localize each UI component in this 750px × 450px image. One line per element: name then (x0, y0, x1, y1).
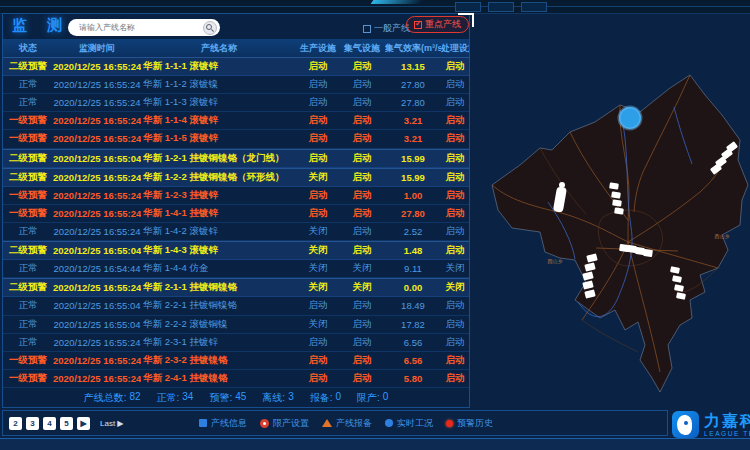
table-row[interactable]: 正常2020/12/25 16:55:24华新 2-3-1 挂镀锌启动启动6.5… (3, 334, 469, 352)
cell-prod: 启动 (297, 354, 339, 367)
cell-prod: 启动 (297, 189, 339, 202)
cell-gas: 启动 (339, 318, 385, 331)
column-header: 产线名称 (141, 42, 297, 55)
map-place-label: 西山乡 (715, 233, 730, 240)
cell-gas: 启动 (339, 336, 385, 349)
cell-gas: 启动 (339, 372, 385, 385)
search-input[interactable] (77, 22, 203, 33)
legend-item[interactable]: 实时工况 (385, 417, 433, 430)
cell-eff: 17.82 (385, 319, 441, 330)
table-row[interactable]: 正常2020/12/25 16:55:04华新 2-2-1 挂镀铜镍铬启动启动1… (3, 297, 469, 315)
cell-status: 一级预警 (3, 354, 53, 367)
table-row[interactable]: 一级预警2020/12/25 16:55:24华新 1-2-3 挂镀锌启动启动1… (3, 187, 469, 205)
legend-item[interactable]: 预警历史 (446, 417, 493, 430)
cell-name: 华新 2-4-1 挂镀镍铬 (141, 372, 297, 385)
cell-gas: 启动 (339, 244, 385, 257)
table-row[interactable]: 正常2020/12/25 16:55:24华新 1-1-2 滚镀镍启动启动27.… (3, 76, 469, 94)
checkbox-icon[interactable] (363, 25, 371, 33)
cell-time: 2020/12/25 16:55:24 (53, 133, 141, 144)
cell-gas: 启动 (339, 225, 385, 238)
filter-key-lines-button[interactable]: 重点产线 (406, 16, 469, 33)
table-row[interactable]: 二级预警2020/12/25 16:55:24华新 1-2-2 挂镀铜镍铬（环形… (3, 168, 469, 187)
legend-item[interactable]: 限产设置 (260, 417, 309, 430)
table-row[interactable]: 正常2020/12/25 16:55:24华新 1-1-3 滚镀锌启动启动27.… (3, 94, 469, 112)
map-place-label: 园山乡 (548, 258, 563, 265)
cell-time: 2020/12/25 16:55:04 (53, 319, 141, 330)
cell-name: 华新 1-1-5 滚镀锌 (141, 132, 297, 145)
logo-name: 力嘉科技 (704, 412, 750, 430)
cell-status: 二级预警 (3, 244, 53, 257)
cyan-accent-streak (371, 0, 424, 4)
page-button[interactable]: 5 (60, 417, 73, 430)
cell-time: 2020/12/25 16:55:24 (53, 97, 141, 108)
summary-value: 0 (335, 391, 341, 405)
table-row[interactable]: 一级预警2020/12/25 16:55:24华新 2-3-2 挂镀镍铬启动启动… (3, 352, 469, 370)
legend-item[interactable]: 产线信息 (199, 417, 247, 430)
page-button[interactable]: 2 (9, 417, 22, 430)
table-row[interactable]: 一级预警2020/12/25 16:55:24华新 1-1-5 滚镀锌启动启动3… (3, 130, 469, 148)
table-row[interactable]: 正常2020/12/25 16:54:44华新 1-4-4 仿金关闭关闭9.11… (3, 260, 469, 278)
cell-gas: 启动 (339, 78, 385, 91)
monitoring-dashboard: 监 测 一般产线 重点产线 状态监测时间产线名称生产设施集气设施集气效率(m³/… (0, 0, 750, 450)
cell-name: 华新 2-3-2 挂镀镍铬 (141, 354, 297, 367)
cell-eff: 1.48 (385, 245, 441, 256)
cell-time: 2020/12/25 16:55:04 (53, 300, 141, 311)
cell-eff: 2.52 (385, 226, 441, 237)
cell-treat: 启动 (441, 171, 469, 184)
table-row[interactable]: 二级预警2020/12/25 16:55:04华新 1-4-3 滚镀锌关闭启动1… (3, 241, 469, 260)
legend: 产线信息限产设置产线报备实时工况预警历史 (199, 411, 493, 435)
legend-item[interactable]: 产线报备 (322, 417, 372, 430)
page-title: 监 测 (12, 16, 70, 35)
checkbox-checked-icon[interactable] (414, 21, 422, 29)
table-row[interactable]: 二级预警2020/12/25 16:55:04华新 1-2-1 挂镀铜镍铬（龙门… (3, 149, 469, 168)
table-row[interactable]: 一级预警2020/12/25 16:55:24华新 1-1-4 滚镀锌启动启动3… (3, 112, 469, 130)
filter-normal-lines[interactable]: 一般产线 (363, 22, 410, 35)
cell-status: 一级预警 (3, 114, 53, 127)
last-page-button[interactable]: Last ▶ (100, 419, 124, 428)
dot-blue-icon (385, 419, 393, 427)
table-row[interactable]: 二级预警2020/12/25 16:55:24华新 1-1-1 滚镀锌启动启动1… (3, 57, 469, 76)
dot-red-icon (446, 420, 453, 427)
table-row[interactable]: 正常2020/12/25 16:55:04华新 2-2-2 滚镀铜镍关闭启动17… (3, 316, 469, 334)
column-header: 监测时间 (53, 42, 141, 55)
table-row[interactable]: 一级预警2020/12/25 16:55:24华新 2-4-1 挂镀镍铬启动启动… (3, 370, 469, 388)
table-row[interactable]: 二级预警2020/12/25 16:55:24华新 2-1-1 挂镀铜镍铬关闭关… (3, 278, 469, 297)
summary-item: 离线:3 (262, 391, 293, 405)
cell-gas: 启动 (339, 96, 385, 109)
table-row[interactable]: 正常2020/12/25 16:55:24华新 1-4-2 滚镀锌关闭启动2.5… (3, 223, 469, 241)
cell-status: 二级预警 (3, 152, 53, 165)
summary-item: 预警:45 (209, 391, 246, 405)
cell-time: 2020/12/25 16:55:24 (53, 61, 141, 72)
cell-name: 华新 2-1-1 挂镀铜镍铬 (141, 281, 297, 294)
search-icon[interactable] (203, 21, 217, 35)
cell-status: 正常 (3, 262, 53, 275)
cell-gas: 启动 (339, 299, 385, 312)
cell-treat: 启动 (441, 318, 469, 331)
cell-prod: 关闭 (297, 318, 339, 331)
cell-status: 二级预警 (3, 281, 53, 294)
cell-status: 一级预警 (3, 207, 53, 220)
cell-eff: 0.00 (385, 282, 441, 293)
page-button[interactable]: 4 (43, 417, 56, 430)
cell-treat: 启动 (441, 96, 469, 109)
cell-gas: 关闭 (339, 281, 385, 294)
cell-name: 华新 1-2-3 挂镀锌 (141, 189, 297, 202)
table-row[interactable]: 一级预警2020/12/25 16:55:24华新 1-4-1 挂镀锌启动启动2… (3, 205, 469, 223)
cell-name: 华新 1-4-3 滚镀锌 (141, 244, 297, 257)
cell-status: 正常 (3, 299, 53, 312)
cell-time: 2020/12/25 16:55:24 (53, 337, 141, 348)
next-page-button[interactable]: ▶ (77, 417, 90, 430)
district-map[interactable]: 西山乡园山乡 (478, 52, 750, 408)
cell-name: 华新 1-1-4 滚镀锌 (141, 114, 297, 127)
cell-prod: 启动 (297, 336, 339, 349)
map-marker-circle[interactable] (619, 107, 641, 129)
summary-label: 正常: (157, 391, 180, 405)
search-box[interactable] (68, 19, 220, 36)
cell-status: 一级预警 (3, 372, 53, 385)
table-header: 状态监测时间产线名称生产设施集气设施集气效率(m³/s)处理设施 (3, 39, 469, 57)
page-button[interactable]: 3 (26, 417, 39, 430)
bottom-edge-strip (0, 438, 750, 450)
cell-time: 2020/12/25 16:55:24 (53, 226, 141, 237)
column-header: 处理设施 (441, 42, 469, 55)
cell-time: 2020/12/25 16:54:44 (53, 263, 141, 274)
